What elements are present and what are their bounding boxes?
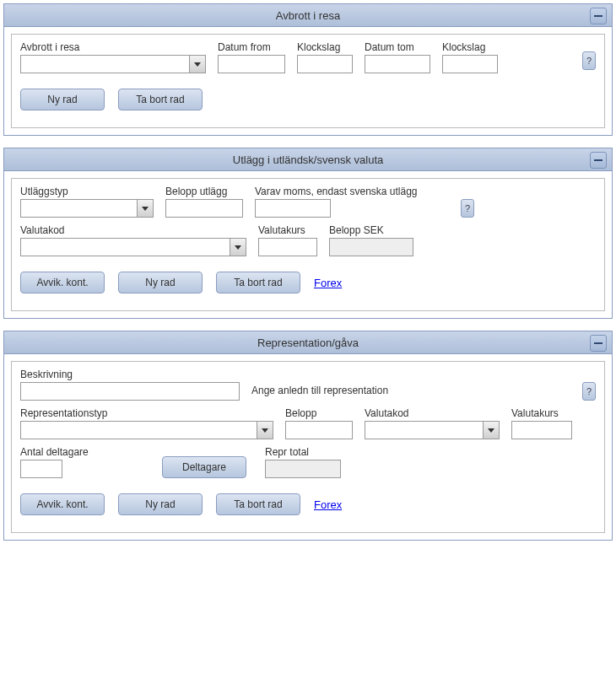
- panel-title: Representation/gåva: [257, 336, 359, 349]
- field-belopp: Belopp: [285, 407, 353, 439]
- field-valutakod: Valutakod: [365, 407, 500, 439]
- field-repr-total: Repr total: [265, 446, 341, 478]
- output-repr-total: [265, 460, 341, 478]
- select-representationstyp[interactable]: [20, 421, 273, 439]
- panel-body: Utläggstyp Belopp utlägg Varav moms, end…: [11, 178, 605, 311]
- label: Klockslag: [442, 41, 498, 53]
- ny-rad-button[interactable]: Ny rad: [20, 89, 105, 110]
- field-klockslag-from: Klockslag: [297, 41, 353, 73]
- select-value: [365, 422, 483, 439]
- label: Beskrivning: [20, 369, 240, 380]
- input-datum-from[interactable]: [218, 55, 285, 73]
- collapse-button[interactable]: [590, 335, 607, 352]
- label: Valutakod: [20, 224, 246, 236]
- field-valutakurs: Valutakurs: [258, 224, 317, 256]
- field-klockslag-tom: Klockslag: [442, 41, 498, 73]
- field-utlaggstyp: Utläggstyp: [20, 186, 154, 218]
- label: Utläggstyp: [20, 186, 154, 197]
- chevron-down-icon[interactable]: [230, 239, 246, 256]
- select-value: [21, 56, 189, 73]
- hint-text: Ange anledn till representation: [251, 373, 388, 396]
- ny-rad-button[interactable]: Ny rad: [118, 272, 203, 293]
- help-button[interactable]: ?: [461, 199, 474, 218]
- label: Klockslag: [297, 41, 353, 53]
- minus-icon: [594, 15, 602, 17]
- input-beskrivning[interactable]: [20, 382, 240, 401]
- field-beskrivning: Beskrivning: [20, 369, 240, 401]
- input-klockslag-from[interactable]: [297, 55, 353, 73]
- select-valutakod[interactable]: [20, 238, 246, 256]
- field-avbrott-i-resa: Avbrott i resa: [20, 41, 206, 73]
- deltagare-button[interactable]: Deltagare: [162, 456, 246, 478]
- select-value: [21, 422, 257, 439]
- label: Datum from: [218, 41, 285, 53]
- field-datum-tom: Datum tom: [365, 41, 430, 73]
- help-button[interactable]: ?: [582, 51, 596, 70]
- forex-link[interactable]: Forex: [314, 498, 342, 511]
- panel-body: Beskrivning Ange anledn till representat…: [11, 361, 605, 533]
- minus-icon: [594, 342, 602, 344]
- label: Belopp utlägg: [165, 186, 243, 197]
- panel-avbrott: Avbrott i resa Avbrott i resa Datum from…: [3, 3, 613, 136]
- panel-header-utlagg: Utlägg i utländsk/svensk valuta: [4, 148, 612, 171]
- input-datum-tom[interactable]: [365, 55, 430, 73]
- label: Repr total: [265, 446, 341, 458]
- panel-representation: Representation/gåva Beskrivning Ange anl…: [3, 331, 613, 541]
- select-utlaggstyp[interactable]: [20, 199, 154, 218]
- panel-utlagg: Utlägg i utländsk/svensk valuta Utläggst…: [3, 148, 613, 319]
- ta-bort-rad-button[interactable]: Ta bort rad: [118, 89, 203, 110]
- select-valutakod[interactable]: [365, 421, 500, 439]
- input-valutakurs[interactable]: [511, 421, 572, 439]
- input-valutakurs[interactable]: [258, 238, 317, 256]
- chevron-down-icon[interactable]: [483, 422, 499, 439]
- label: Avbrott i resa: [20, 41, 206, 53]
- label: Belopp: [285, 407, 353, 419]
- collapse-button[interactable]: [590, 8, 607, 24]
- label: Valutakurs: [511, 407, 572, 419]
- field-varav-moms: Varav moms, endast svenska utlägg: [255, 186, 449, 218]
- select-value: [21, 239, 230, 256]
- output-belopp-sek: [329, 238, 413, 256]
- input-varav-moms[interactable]: [255, 199, 331, 218]
- select-avbrott[interactable]: [20, 55, 206, 73]
- panel-header-representation: Representation/gåva: [4, 331, 612, 354]
- label: Representationstyp: [20, 407, 273, 419]
- field-datum-from: Datum from: [218, 41, 285, 73]
- collapse-button[interactable]: [590, 152, 607, 169]
- label: Antal deltagare: [20, 446, 105, 458]
- field-belopp-sek: Belopp SEK: [329, 224, 413, 256]
- input-antal-deltagare[interactable]: [20, 460, 62, 478]
- input-belopp-utlagg[interactable]: [165, 199, 243, 218]
- field-representationstyp: Representationstyp: [20, 407, 273, 439]
- ny-rad-button[interactable]: Ny rad: [118, 493, 203, 515]
- panel-body: Avbrott i resa Datum from Klockslag Datu…: [11, 34, 605, 128]
- panel-title: Avbrott i resa: [276, 9, 340, 22]
- label: Varav moms, endast svenska utlägg: [255, 186, 449, 197]
- label: Valutakod: [365, 407, 500, 419]
- ta-bort-rad-button[interactable]: Ta bort rad: [216, 272, 300, 293]
- minus-icon: [594, 159, 602, 161]
- chevron-down-icon[interactable]: [189, 56, 205, 73]
- input-klockslag-tom[interactable]: [442, 55, 498, 73]
- field-belopp-utlagg: Belopp utlägg: [165, 186, 243, 218]
- avvik-kont-button[interactable]: Avvik. kont.: [20, 272, 105, 293]
- input-belopp[interactable]: [285, 421, 353, 439]
- help-button[interactable]: ?: [582, 382, 596, 401]
- select-value: [21, 200, 137, 217]
- panel-title: Utlägg i utländsk/svensk valuta: [233, 153, 383, 166]
- forex-link[interactable]: Forex: [314, 277, 342, 289]
- chevron-down-icon[interactable]: [137, 200, 153, 217]
- ta-bort-rad-button[interactable]: Ta bort rad: [216, 493, 300, 515]
- field-valutakurs: Valutakurs: [511, 407, 572, 439]
- field-valutakod: Valutakod: [20, 224, 246, 256]
- label: Belopp SEK: [329, 224, 413, 236]
- field-antal-deltagare: Antal deltagare: [20, 446, 105, 478]
- avvik-kont-button[interactable]: Avvik. kont.: [20, 493, 105, 515]
- label: Datum tom: [365, 41, 430, 53]
- chevron-down-icon[interactable]: [257, 422, 273, 439]
- label: Valutakurs: [258, 224, 317, 236]
- panel-header-avbrott: Avbrott i resa: [4, 4, 612, 27]
